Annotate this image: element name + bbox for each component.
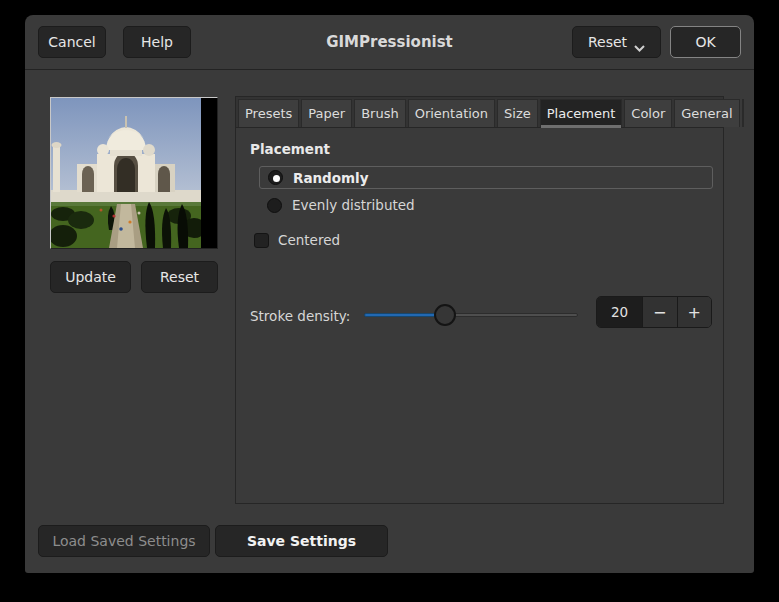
preview-image [50,97,218,249]
centered-checkbox-row[interactable]: Centered [254,230,340,250]
radio-evenly-distributed[interactable]: Evenly distributed [267,195,415,215]
cancel-button[interactable]: Cancel [38,26,106,58]
ok-button[interactable]: OK [670,26,741,58]
slider-handle[interactable] [434,304,456,326]
radio-randomly[interactable]: Randomly [259,166,713,189]
header-bar: Cancel Help GIMPressionist Reset OK [25,15,754,70]
tab-size[interactable]: Size [497,99,538,127]
radio-evenly-label: Evenly distributed [292,197,415,213]
increase-button[interactable]: + [677,297,712,327]
tab-presets[interactable]: Presets [238,99,299,127]
gimpressionist-dialog: Cancel Help GIMPressionist Reset OK [25,15,754,573]
slider-fill [364,313,445,317]
tab-general[interactable]: General [674,99,739,127]
radio-button-icon[interactable] [267,198,282,213]
tab-brush[interactable]: Brush [354,99,406,127]
update-button[interactable]: Update [50,261,131,293]
stroke-density-label: Stroke density: [250,308,350,324]
reset-dropdown-label: Reset [588,34,627,50]
placement-heading: Placement [250,141,330,157]
chevron-down-icon [634,39,645,46]
tab-strip: Presets Paper Brush Orientation Size Pla… [236,97,723,128]
tab-orientation[interactable]: Orientation [408,99,495,127]
reset-dropdown-button[interactable]: Reset [572,26,661,58]
stroke-density-value[interactable]: 20 [597,297,642,327]
stroke-density-slider[interactable] [364,304,578,326]
radio-button-icon[interactable] [268,170,283,185]
radio-randomly-label: Randomly [293,170,369,186]
tab-placement[interactable]: Placement [540,99,623,127]
stroke-density-spinbox: 20 − + [596,296,712,328]
tab-paper[interactable]: Paper [301,99,352,127]
taj-mahal-illustration [51,98,201,248]
save-settings-button[interactable]: Save Settings [215,525,388,557]
preview-reset-button[interactable]: Reset [141,261,218,293]
decrease-button[interactable]: − [642,297,677,327]
load-saved-settings-button[interactable]: Load Saved Settings [38,525,210,557]
centered-label: Centered [278,232,340,248]
checkbox-icon[interactable] [254,233,269,248]
help-button[interactable]: Help [123,26,191,58]
tab-strip-filler [742,99,744,127]
placement-panel: Placement Randomly Evenly distributed Ce… [236,128,723,503]
tab-color[interactable]: Color [624,99,672,127]
settings-notebook: Presets Paper Brush Orientation Size Pla… [235,96,724,504]
